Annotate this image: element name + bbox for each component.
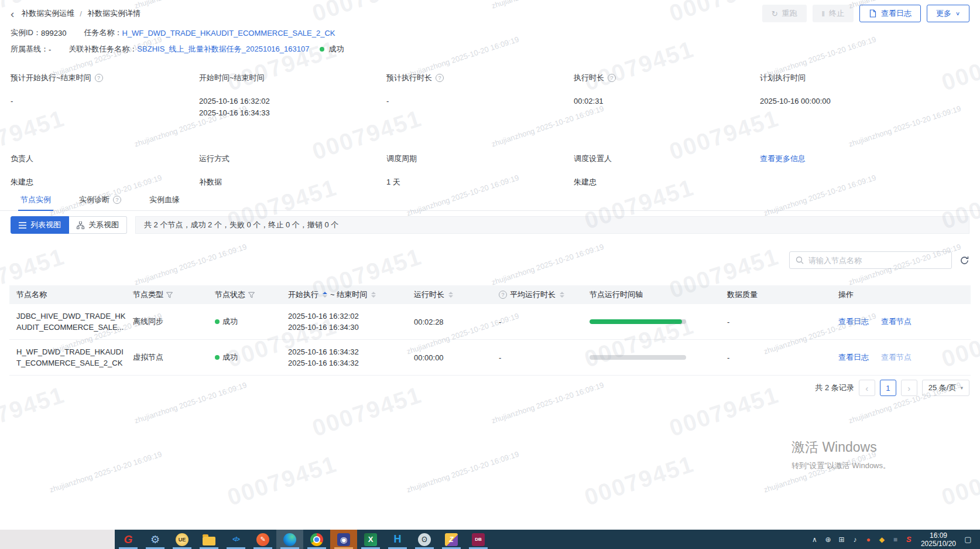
start-time-text: 2025-10-16 16:34:32: [288, 346, 359, 357]
terminate-button[interactable]: ‖ 终止: [813, 5, 854, 22]
view-log-link[interactable]: 查看日志: [838, 352, 869, 363]
related-task-link[interactable]: SBZHIS_线上_批量补数据任务_20251016_163107: [137, 44, 309, 54]
tab-instance-diagnosis[interactable]: 实例诊断 ?: [79, 189, 121, 210]
pen-app-icon[interactable]: ✎: [249, 530, 276, 549]
database-app-icon[interactable]: DB: [465, 530, 492, 549]
sort-control[interactable]: [560, 292, 564, 298]
col-node-name: 节点名称: [16, 289, 47, 300]
cell-node-name: JDBC_HIVE_DWD_TRADE_HK AUDIT_ECOMMERCE_S…: [9, 311, 126, 333]
watermark-id-text: 00079451: [0, 381, 68, 442]
info-label-text: 计划执行时间: [760, 73, 806, 83]
cell-start-end: 2025-10-16 16:32:02 2025-10-16 16:34:30: [281, 311, 407, 333]
rerun-button[interactable]: ↻ 重跑: [762, 5, 807, 22]
network-icon[interactable]: ⊕: [821, 530, 835, 549]
dark-tray-icon[interactable]: ■: [889, 530, 902, 549]
start-time-text: 2025-10-16 16:32:02: [288, 311, 359, 322]
blue-h-app-icon[interactable]: H: [384, 530, 411, 549]
col-node-type: 节点类型: [133, 289, 163, 300]
taskbar-clock[interactable]: 16:09 2025/10/20: [916, 531, 961, 548]
tab-label: 实例血缘: [149, 195, 180, 205]
cell-node-type: 虚拟节点: [126, 352, 208, 363]
database-app-icon: DB: [472, 533, 485, 546]
back-icon[interactable]: ‹: [11, 8, 14, 19]
help-icon[interactable]: ?: [95, 74, 103, 82]
view-log-button[interactable]: 查看日志: [859, 5, 921, 22]
activate-windows-title: 激活 Windows: [791, 438, 890, 456]
search-icon: [796, 256, 804, 264]
comm-app-icon[interactable]: ◉: [330, 530, 357, 549]
excel-app-icon[interactable]: X: [357, 530, 384, 549]
cell-node-status: 成功: [208, 352, 281, 363]
col-end-time: ~ 结束时间: [330, 289, 367, 300]
tab-bar: 节点实例 实例诊断 ? 实例血缘: [0, 189, 980, 211]
ultraedit-app-icon[interactable]: UE: [169, 530, 196, 549]
edge-browser-icon[interactable]: [276, 530, 303, 549]
antivirus-icon[interactable]: ●: [862, 530, 875, 549]
tab-node-instances[interactable]: 节点实例: [20, 189, 51, 210]
cell-node-status: 成功: [208, 316, 281, 327]
info-label-text: 运行方式: [199, 154, 229, 164]
vscode-app-icon[interactable]: </>: [222, 530, 249, 549]
task-name-link[interactable]: H_WF_DWD_TRADE_HKAUDIT_ECOMMERCE_SALE_2_…: [122, 29, 335, 37]
info-value-text: 补数据: [199, 176, 386, 188]
page-number-button[interactable]: 1: [880, 380, 896, 396]
tortoise-app-icon[interactable]: ʘ: [411, 530, 438, 549]
next-page-button[interactable]: ›: [901, 380, 917, 396]
list-view-button[interactable]: 列表视图: [11, 216, 69, 234]
red-g-app-icon[interactable]: G: [115, 530, 142, 549]
refresh-button[interactable]: [960, 255, 969, 265]
search-box: [789, 251, 952, 269]
info-label-text: 预计开始执行~结束时间: [11, 73, 91, 83]
sort-control[interactable]: [448, 292, 453, 298]
sort-control[interactable]: [323, 292, 327, 298]
more-button[interactable]: 更多 ∨: [927, 5, 969, 22]
help-icon[interactable]: ?: [499, 291, 507, 299]
gear-app-icon[interactable]: ⚙: [142, 530, 169, 549]
node-name-search-input[interactable]: [808, 256, 945, 265]
baseline-line: 所属基线： - 关联补数任务名称： SBZHIS_线上_批量补数据任务_2025…: [11, 44, 344, 54]
cell-timeline: [582, 319, 720, 324]
info-cell-planned-time: 计划执行时间 2025-10-16 00:00:00: [760, 73, 969, 134]
info-label-text: 调度周期: [386, 154, 417, 164]
help-icon[interactable]: ?: [113, 196, 121, 204]
view-node-link[interactable]: 查看节点: [881, 316, 912, 327]
filter-icon[interactable]: [248, 292, 255, 298]
watermark-id-text: 00079451: [224, 451, 340, 511]
node-summary-bar: 共 2 个节点，成功 2 个，失败 0 个，终止 0 个，撤销 0 个: [135, 216, 969, 234]
file-explorer-icon[interactable]: [196, 530, 222, 549]
info-label-text: 开始时间~结束时间: [199, 73, 265, 83]
info-value-end: 2025-10-16 16:34:33: [199, 107, 386, 119]
instance-status-text: 成功: [328, 44, 344, 54]
prev-page-button[interactable]: ‹: [859, 380, 875, 396]
watermark-id-text: 00079451: [309, 381, 425, 442]
input-grid-icon[interactable]: ⊞: [835, 530, 848, 549]
relation-view-button[interactable]: 关系视图: [69, 216, 127, 234]
filter-icon[interactable]: [166, 292, 173, 298]
col-data-quality: 数据质量: [727, 289, 758, 300]
chrome-browser-icon[interactable]: [303, 530, 330, 549]
node-status-text: 成功: [222, 316, 238, 327]
page-size-select[interactable]: 25 条/页 ▾: [922, 380, 969, 396]
tab-instance-lineage[interactable]: 实例血缘: [149, 189, 180, 210]
success-dot-icon: [320, 47, 324, 52]
info-cell-run-mode: 运行方式 补数据: [199, 154, 386, 188]
view-log-link[interactable]: 查看日志: [838, 316, 869, 327]
instance-id-line: 实例ID： 899230 任务名称： H_WF_DWD_TRADE_HKAUDI…: [11, 28, 335, 38]
cell-timeline: [582, 355, 720, 360]
view-toggle: 列表视图 关系视图: [11, 216, 127, 234]
help-icon[interactable]: ?: [436, 74, 444, 82]
volume-icon[interactable]: ♪: [848, 530, 862, 549]
breadcrumb-section[interactable]: 补数据实例运维: [21, 8, 74, 19]
help-icon[interactable]: ?: [608, 74, 616, 82]
col-node-status: 节点状态: [215, 289, 245, 300]
notification-icon[interactable]: ▢: [961, 530, 975, 549]
chevron-up-icon[interactable]: ∧: [808, 530, 821, 549]
view-node-link[interactable]: 查看节点: [881, 352, 912, 363]
gold-tray-icon[interactable]: ◆: [875, 530, 889, 549]
view-more-info-link[interactable]: 查看更多信息: [760, 154, 806, 164]
instance-id-label: 实例ID：: [11, 28, 41, 38]
archive-app-icon[interactable]: Z: [438, 530, 465, 549]
sogou-icon[interactable]: S: [902, 530, 916, 549]
taskbar: G⚙UE</>✎◉XHʘZDB ∧⊕⊞♪●◆■S 16:09 2025/10/2…: [0, 530, 980, 549]
sort-control[interactable]: [371, 292, 376, 298]
